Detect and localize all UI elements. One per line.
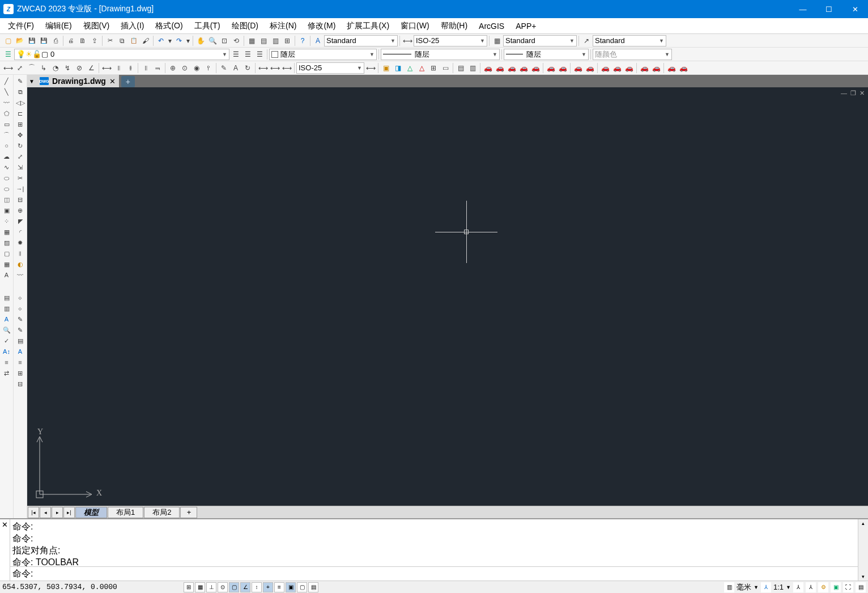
- sc-button[interactable]: ▤: [308, 582, 318, 592]
- et-car-14[interactable]: 🚗: [650, 62, 662, 74]
- dim-angular-button[interactable]: ∠: [86, 62, 97, 74]
- command-input[interactable]: [36, 569, 856, 579]
- layout-last-button[interactable]: ▸|: [63, 507, 75, 518]
- print-button[interactable]: [65, 35, 76, 46]
- point-button[interactable]: ⁘: [1, 216, 12, 226]
- mtext-button-2[interactable]: A: [1, 314, 12, 324]
- layout-tab-2[interactable]: 布局2: [144, 507, 180, 518]
- anno-all-button[interactable]: ⅄: [806, 582, 816, 592]
- menu-appplus[interactable]: APP+: [510, 19, 542, 33]
- maximize-button[interactable]: ☐: [816, 0, 842, 18]
- tolerance-button[interactable]: ⊕: [167, 62, 178, 74]
- copy-obj-button[interactable]: ⧉: [15, 87, 26, 97]
- annotation-scale-icon[interactable]: ▥: [724, 582, 734, 592]
- scale-text-button[interactable]: A↕: [1, 346, 12, 357]
- et-car-12[interactable]: 🚗: [623, 62, 635, 74]
- hatch-button[interactable]: ▦: [1, 227, 12, 237]
- edit-pline-button[interactable]: 〰: [15, 270, 26, 280]
- dim-style-apply-button[interactable]: ⟷: [365, 62, 376, 74]
- lwt-button[interactable]: ↕: [252, 582, 262, 592]
- redo-dropdown[interactable]: ▾: [185, 35, 191, 46]
- et-button-3[interactable]: △: [404, 62, 415, 74]
- layout-prev-button[interactable]: ◂: [40, 507, 51, 518]
- dimedit-button[interactable]: ✎: [218, 62, 229, 74]
- menu-tools[interactable]: 工具(T): [189, 19, 226, 33]
- menu-extensions[interactable]: 扩展工具(X): [341, 19, 395, 33]
- otrack-button[interactable]: ∠: [240, 582, 250, 592]
- et-mod-7[interactable]: ≡: [15, 357, 26, 367]
- insertblock-button[interactable]: ◫: [1, 194, 12, 205]
- field-button[interactable]: ▥: [1, 303, 12, 314]
- et-mod-3[interactable]: ✎: [15, 314, 26, 324]
- zoom-prev-button[interactable]: ⟲: [231, 35, 242, 46]
- properties-button[interactable]: ▦: [246, 35, 257, 46]
- explode-button[interactable]: ✸: [15, 238, 26, 248]
- unit-label[interactable]: 毫米: [737, 582, 751, 592]
- ellipsearc-button[interactable]: ⬭: [1, 184, 12, 194]
- dim-linear-button[interactable]: ⟷: [2, 62, 14, 74]
- et-button-6[interactable]: ▭: [440, 62, 451, 74]
- ortho-button[interactable]: ⊥: [206, 582, 216, 592]
- close-button[interactable]: ✕: [842, 0, 868, 18]
- chamfer-button[interactable]: ◤: [15, 216, 26, 226]
- dim-aligned-button[interactable]: ⤢: [14, 62, 25, 74]
- inspect-button[interactable]: ◉: [191, 62, 202, 74]
- dim-arc-button[interactable]: ⌒: [26, 62, 37, 74]
- tab-close-button[interactable]: ✕: [109, 77, 116, 86]
- ellipse-button[interactable]: ⬭: [1, 173, 12, 183]
- undo-button[interactable]: [155, 35, 167, 46]
- plotstyle-combo[interactable]: 随颜色▼: [593, 49, 672, 60]
- mtext-button[interactable]: A: [1, 270, 12, 280]
- polar-button[interactable]: ⊙: [218, 582, 228, 592]
- preview-button[interactable]: 🗎: [77, 35, 88, 46]
- drawing-canvas[interactable]: — ❐ ✕ Y X: [27, 87, 868, 506]
- zoom-window-button[interactable]: ⊡: [219, 35, 230, 46]
- menu-file[interactable]: 文件(F): [2, 19, 40, 33]
- layout-next-button[interactable]: ▸: [52, 507, 63, 518]
- new-tab-button[interactable]: +: [121, 76, 135, 87]
- layer-prev-button[interactable]: ☰: [230, 49, 241, 60]
- help-button[interactable]: ?: [297, 35, 308, 46]
- find-button[interactable]: 🔍: [1, 325, 12, 335]
- scale-dropdown-icon[interactable]: ▼: [786, 584, 791, 590]
- circle-button[interactable]: ○: [1, 141, 12, 151]
- saveas-button[interactable]: [38, 35, 49, 46]
- break-button[interactable]: ⊟: [15, 194, 26, 205]
- scroll-down-icon[interactable]: ▾: [862, 574, 865, 579]
- undo-dropdown[interactable]: ▾: [167, 35, 173, 46]
- et-mod-8[interactable]: ⊞: [15, 368, 26, 378]
- menu-insert[interactable]: 插入(I): [115, 19, 150, 33]
- command-history[interactable]: 命令: 命令: 指定对角点: 命令: TOOLBAR: [10, 519, 858, 567]
- scroll-up-icon[interactable]: ▴: [862, 520, 865, 526]
- model-button[interactable]: ≡: [274, 582, 284, 592]
- redo-button[interactable]: [173, 35, 185, 46]
- viewport-close-icon[interactable]: ✕: [860, 90, 865, 97]
- dim-space-button[interactable]: ⫴: [140, 62, 151, 74]
- et-mod-4[interactable]: ✎: [15, 325, 26, 335]
- et-car-11[interactable]: 🚗: [611, 62, 623, 74]
- layer-iso-button[interactable]: ☰: [254, 49, 265, 60]
- hw-button[interactable]: ▣: [831, 582, 841, 592]
- paste-button[interactable]: [128, 35, 139, 46]
- command-scrollbar[interactable]: ▴ ▾: [858, 519, 868, 581]
- coordinates[interactable]: 654.5307, 503.7934, 0.0000: [2, 583, 172, 591]
- et-car-9[interactable]: 🚗: [584, 62, 595, 74]
- menu-draw[interactable]: 绘图(D): [226, 19, 264, 33]
- menu-format[interactable]: 格式(O): [150, 19, 188, 33]
- mirror-button[interactable]: ◁▷: [15, 98, 26, 108]
- et-mod-9[interactable]: ⊟: [15, 379, 26, 389]
- stretch-button[interactable]: ⇲: [15, 162, 26, 172]
- document-tab[interactable]: DWG Drawing1.dwg ✕: [36, 75, 119, 87]
- designcenter-button[interactable]: ▤: [258, 35, 269, 46]
- spline-button[interactable]: ∿: [1, 162, 12, 172]
- zoom-button[interactable]: 🔍: [207, 35, 218, 46]
- et-mod-1[interactable]: ⟐: [15, 293, 26, 303]
- anno-vis-button[interactable]: ⅄: [761, 582, 771, 592]
- move-button[interactable]: ✥: [15, 130, 26, 140]
- saveall-button[interactable]: ⎙: [50, 35, 61, 46]
- et-button-4[interactable]: △: [416, 62, 427, 74]
- calc-button[interactable]: ⊞: [282, 35, 293, 46]
- et-button-7[interactable]: ▤: [455, 62, 466, 74]
- dim-reassoc-button[interactable]: ⟷: [257, 62, 269, 74]
- lengthen-button[interactable]: ◐: [15, 259, 26, 269]
